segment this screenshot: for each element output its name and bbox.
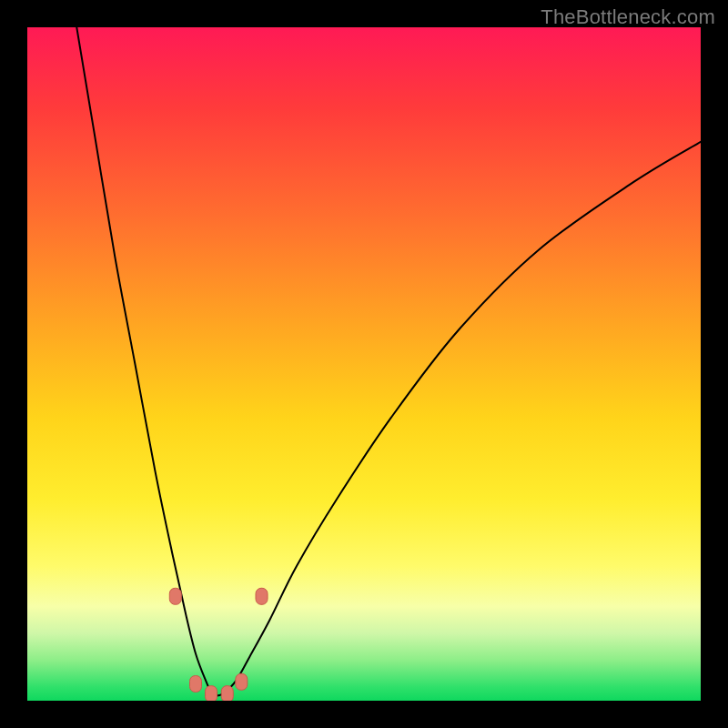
plot-area [27, 27, 701, 701]
chart-frame: TheBottleneck.com [0, 0, 728, 728]
curve-svg [27, 27, 701, 701]
curve-marker [190, 676, 202, 693]
curve-marker [236, 673, 248, 690]
curve-marker [221, 686, 233, 701]
bottleneck-curve [75, 27, 701, 695]
curve-marker [169, 588, 181, 604]
curve-marker [256, 588, 268, 604]
curve-marker [206, 686, 217, 701]
watermark-text: TheBottleneck.com [541, 5, 715, 29]
